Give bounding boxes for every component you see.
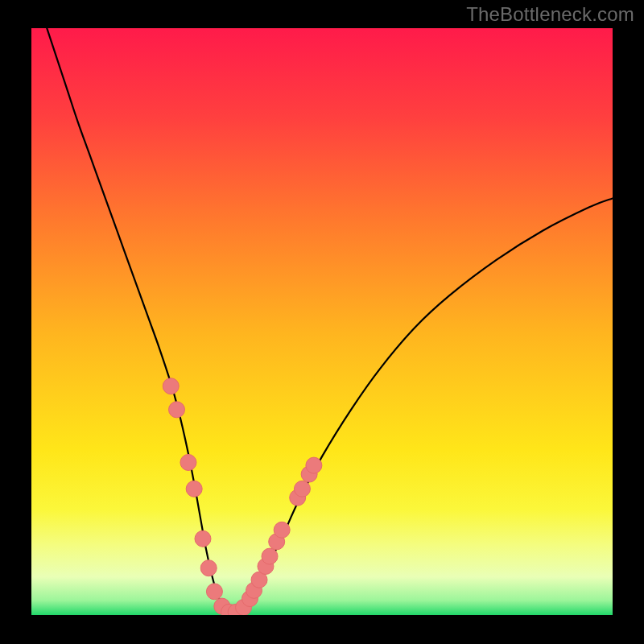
data-point — [306, 457, 322, 473]
gradient-plot-area — [31, 28, 613, 615]
data-point — [169, 402, 185, 418]
data-point — [206, 584, 222, 600]
data-point — [262, 548, 278, 564]
data-point — [195, 530, 211, 547]
data-point — [180, 454, 196, 470]
data-point — [294, 481, 310, 497]
bottleneck-chart — [0, 0, 644, 644]
data-point — [163, 378, 179, 394]
data-point — [200, 560, 217, 576]
data-point — [186, 481, 202, 497]
data-point — [274, 522, 290, 538]
